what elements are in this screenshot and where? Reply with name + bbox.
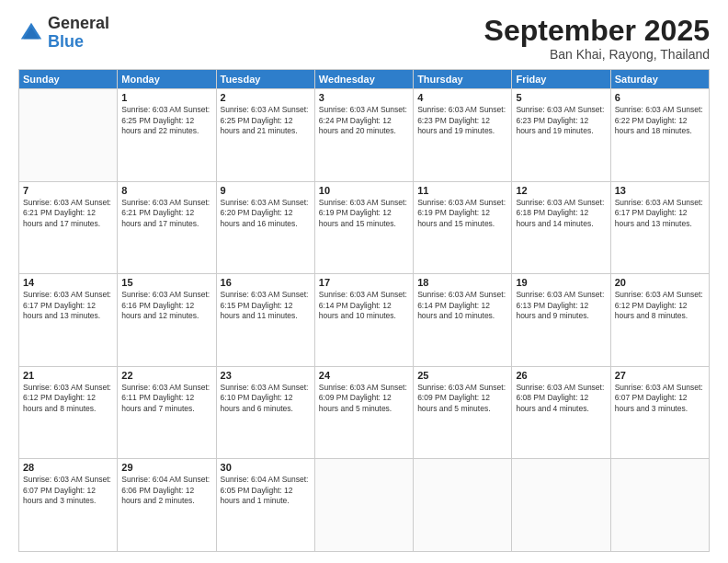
calendar-cell: 5Sunrise: 6:03 AM Sunset: 6:23 PM Daylig… xyxy=(512,89,610,182)
header: General Blue September 2025 Ban Khai, Ra… xyxy=(18,15,710,62)
day-number: 20 xyxy=(615,277,705,288)
calendar-cell: 11Sunrise: 6:03 AM Sunset: 6:19 PM Dayli… xyxy=(414,181,512,274)
cell-info: Sunrise: 6:03 AM Sunset: 6:24 PM Dayligh… xyxy=(319,105,409,136)
calendar-week-row: 28Sunrise: 6:03 AM Sunset: 6:07 PM Dayli… xyxy=(19,459,710,552)
calendar-cell: 25Sunrise: 6:03 AM Sunset: 6:09 PM Dayli… xyxy=(414,366,512,459)
calendar-week-row: 14Sunrise: 6:03 AM Sunset: 6:17 PM Dayli… xyxy=(19,274,710,367)
cell-info: Sunrise: 6:03 AM Sunset: 6:23 PM Dayligh… xyxy=(516,105,606,136)
cell-info: Sunrise: 6:03 AM Sunset: 6:21 PM Dayligh… xyxy=(121,198,211,229)
calendar-cell: 12Sunrise: 6:03 AM Sunset: 6:18 PM Dayli… xyxy=(512,181,610,274)
calendar-cell: 18Sunrise: 6:03 AM Sunset: 6:14 PM Dayli… xyxy=(414,274,512,367)
cell-info: Sunrise: 6:03 AM Sunset: 6:08 PM Dayligh… xyxy=(516,383,606,414)
calendar-cell xyxy=(512,459,610,552)
day-number: 30 xyxy=(221,462,311,473)
day-number: 26 xyxy=(516,370,606,381)
weekday-header: Tuesday xyxy=(216,70,314,89)
calendar-cell: 22Sunrise: 6:03 AM Sunset: 6:11 PM Dayli… xyxy=(118,366,216,459)
day-number: 15 xyxy=(121,277,211,288)
day-number: 13 xyxy=(615,185,705,196)
cell-info: Sunrise: 6:03 AM Sunset: 6:16 PM Dayligh… xyxy=(121,290,211,321)
logo: General Blue xyxy=(18,15,109,52)
cell-info: Sunrise: 6:03 AM Sunset: 6:23 PM Dayligh… xyxy=(417,105,507,136)
calendar-cell: 24Sunrise: 6:03 AM Sunset: 6:09 PM Dayli… xyxy=(314,366,413,459)
calendar-cell: 6Sunrise: 6:03 AM Sunset: 6:22 PM Daylig… xyxy=(610,89,709,182)
day-number: 9 xyxy=(221,185,311,196)
calendar-cell xyxy=(610,459,709,552)
cell-info: Sunrise: 6:03 AM Sunset: 6:25 PM Dayligh… xyxy=(121,105,211,136)
cell-info: Sunrise: 6:03 AM Sunset: 6:21 PM Dayligh… xyxy=(23,198,113,229)
cell-info: Sunrise: 6:03 AM Sunset: 6:14 PM Dayligh… xyxy=(319,290,409,321)
day-number: 17 xyxy=(319,277,409,288)
day-number: 28 xyxy=(23,462,113,473)
page: General Blue September 2025 Ban Khai, Ra… xyxy=(0,0,728,563)
day-number: 21 xyxy=(23,370,113,381)
day-number: 24 xyxy=(319,370,409,381)
title-block: September 2025 Ban Khai, Rayong, Thailan… xyxy=(484,15,710,62)
day-number: 22 xyxy=(121,370,211,381)
calendar-cell: 3Sunrise: 6:03 AM Sunset: 6:24 PM Daylig… xyxy=(314,89,413,182)
cell-info: Sunrise: 6:03 AM Sunset: 6:12 PM Dayligh… xyxy=(615,290,705,321)
cell-info: Sunrise: 6:03 AM Sunset: 6:22 PM Dayligh… xyxy=(615,105,705,136)
calendar-table: SundayMondayTuesdayWednesdayThursdayFrid… xyxy=(18,69,710,552)
day-number: 12 xyxy=(516,185,606,196)
weekday-header: Monday xyxy=(118,70,216,89)
month-title: September 2025 xyxy=(484,15,710,47)
cell-info: Sunrise: 6:03 AM Sunset: 6:09 PM Dayligh… xyxy=(319,383,409,414)
day-number: 27 xyxy=(615,370,705,381)
location: Ban Khai, Rayong, Thailand xyxy=(484,47,710,62)
cell-info: Sunrise: 6:03 AM Sunset: 6:17 PM Dayligh… xyxy=(615,198,705,229)
calendar-week-row: 7Sunrise: 6:03 AM Sunset: 6:21 PM Daylig… xyxy=(19,181,710,274)
cell-info: Sunrise: 6:03 AM Sunset: 6:11 PM Dayligh… xyxy=(121,383,211,414)
calendar-cell: 23Sunrise: 6:03 AM Sunset: 6:10 PM Dayli… xyxy=(216,366,314,459)
cell-info: Sunrise: 6:03 AM Sunset: 6:19 PM Dayligh… xyxy=(417,198,507,229)
day-number: 18 xyxy=(417,277,507,288)
calendar-cell: 1Sunrise: 6:03 AM Sunset: 6:25 PM Daylig… xyxy=(118,89,216,182)
cell-info: Sunrise: 6:03 AM Sunset: 6:19 PM Dayligh… xyxy=(319,198,409,229)
calendar-week-row: 21Sunrise: 6:03 AM Sunset: 6:12 PM Dayli… xyxy=(19,366,710,459)
weekday-header: Friday xyxy=(512,70,610,89)
cell-info: Sunrise: 6:03 AM Sunset: 6:07 PM Dayligh… xyxy=(615,383,705,414)
calendar-cell: 10Sunrise: 6:03 AM Sunset: 6:19 PM Dayli… xyxy=(314,181,413,274)
calendar-cell: 4Sunrise: 6:03 AM Sunset: 6:23 PM Daylig… xyxy=(414,89,512,182)
logo-blue-text: Blue xyxy=(48,32,84,51)
logo-icon xyxy=(18,20,44,46)
calendar-cell: 30Sunrise: 6:04 AM Sunset: 6:05 PM Dayli… xyxy=(216,459,314,552)
calendar-cell xyxy=(414,459,512,552)
day-number: 4 xyxy=(417,92,507,103)
calendar-cell: 28Sunrise: 6:03 AM Sunset: 6:07 PM Dayli… xyxy=(19,459,118,552)
cell-info: Sunrise: 6:03 AM Sunset: 6:17 PM Dayligh… xyxy=(23,290,113,321)
calendar-cell: 21Sunrise: 6:03 AM Sunset: 6:12 PM Dayli… xyxy=(19,366,118,459)
calendar-cell: 2Sunrise: 6:03 AM Sunset: 6:25 PM Daylig… xyxy=(216,89,314,182)
calendar-cell: 19Sunrise: 6:03 AM Sunset: 6:13 PM Dayli… xyxy=(512,274,610,367)
weekday-header: Sunday xyxy=(19,70,118,89)
day-number: 8 xyxy=(121,185,211,196)
cell-info: Sunrise: 6:03 AM Sunset: 6:12 PM Dayligh… xyxy=(23,383,113,414)
cell-info: Sunrise: 6:04 AM Sunset: 6:05 PM Dayligh… xyxy=(221,475,311,506)
logo-general-text: General xyxy=(48,14,109,32)
day-number: 14 xyxy=(23,277,113,288)
calendar-cell: 13Sunrise: 6:03 AM Sunset: 6:17 PM Dayli… xyxy=(610,181,709,274)
day-number: 3 xyxy=(319,92,409,103)
weekday-header: Wednesday xyxy=(314,70,413,89)
weekday-header: Thursday xyxy=(414,70,512,89)
day-number: 5 xyxy=(516,92,606,103)
cell-info: Sunrise: 6:03 AM Sunset: 6:09 PM Dayligh… xyxy=(417,383,507,414)
cell-info: Sunrise: 6:03 AM Sunset: 6:13 PM Dayligh… xyxy=(516,290,606,321)
day-number: 7 xyxy=(23,185,113,196)
day-number: 16 xyxy=(221,277,311,288)
day-number: 6 xyxy=(615,92,705,103)
cell-info: Sunrise: 6:04 AM Sunset: 6:06 PM Dayligh… xyxy=(121,475,211,506)
calendar-cell: 27Sunrise: 6:03 AM Sunset: 6:07 PM Dayli… xyxy=(610,366,709,459)
calendar-cell: 7Sunrise: 6:03 AM Sunset: 6:21 PM Daylig… xyxy=(19,181,118,274)
calendar-cell: 17Sunrise: 6:03 AM Sunset: 6:14 PM Dayli… xyxy=(314,274,413,367)
calendar-cell: 15Sunrise: 6:03 AM Sunset: 6:16 PM Dayli… xyxy=(118,274,216,367)
cell-info: Sunrise: 6:03 AM Sunset: 6:14 PM Dayligh… xyxy=(417,290,507,321)
cell-info: Sunrise: 6:03 AM Sunset: 6:25 PM Dayligh… xyxy=(221,105,311,136)
day-number: 10 xyxy=(319,185,409,196)
calendar-cell xyxy=(19,89,118,182)
day-number: 29 xyxy=(121,462,211,473)
calendar-cell: 29Sunrise: 6:04 AM Sunset: 6:06 PM Dayli… xyxy=(118,459,216,552)
calendar-cell: 8Sunrise: 6:03 AM Sunset: 6:21 PM Daylig… xyxy=(118,181,216,274)
calendar-cell: 14Sunrise: 6:03 AM Sunset: 6:17 PM Dayli… xyxy=(19,274,118,367)
day-number: 2 xyxy=(221,92,311,103)
